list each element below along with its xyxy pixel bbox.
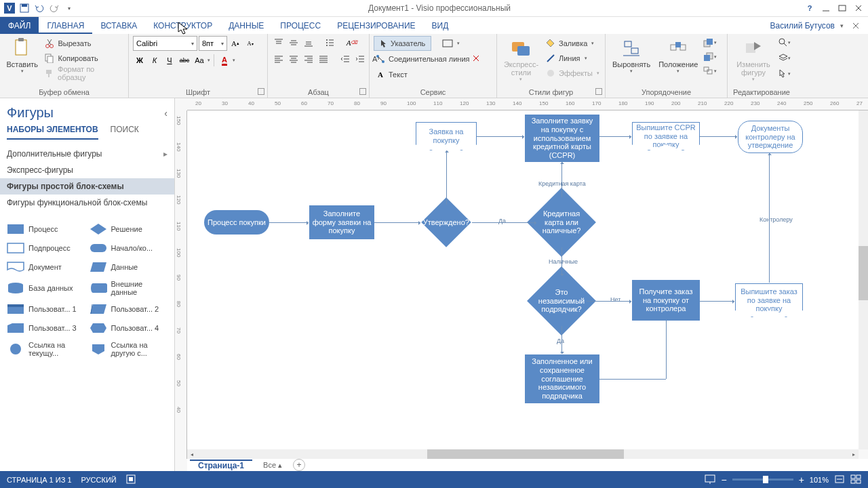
- paragraph-dialog-launcher[interactable]: [359, 88, 366, 95]
- presentation-icon[interactable]: [705, 474, 715, 485]
- zoom-in-button[interactable]: +: [799, 474, 804, 485]
- select-button[interactable]: ▾: [778, 67, 791, 81]
- shape-extdata[interactable]: Внешние данные: [88, 277, 170, 299]
- shape-subprocess[interactable]: Подпроцесс: [5, 239, 87, 257]
- connector-tool-button[interactable]: Соединительная линия: [374, 52, 481, 66]
- save-icon[interactable]: [18, 1, 31, 15]
- change-shape-button[interactable]: Изменить фигуру▾: [732, 36, 775, 83]
- shape-refother[interactable]: Ссылка на другую с...: [88, 338, 170, 360]
- italic-button[interactable]: К: [148, 54, 161, 67]
- tab-data[interactable]: ДАННЫЕ: [220, 17, 272, 34]
- format-painter-button[interactable]: Формат по образцу: [43, 66, 124, 81]
- canvas[interactable]: Процесс покупки Заполните форму заявки н…: [187, 110, 859, 449]
- shape-document[interactable]: Документ: [5, 258, 87, 276]
- user-name[interactable]: Василий Бутусов: [770, 21, 835, 30]
- shape-database[interactable]: База данных: [5, 277, 87, 299]
- fit-window-icon[interactable]: [850, 474, 861, 485]
- fc-start[interactable]: Процесс покупки: [204, 210, 269, 235]
- scrollbar-horizontal[interactable]: ◂▸: [187, 449, 859, 459]
- fc-form[interactable]: Заполните форму заявки на покупку: [309, 205, 374, 239]
- shape-custom2[interactable]: Пользоват... 2: [88, 300, 170, 318]
- shapes-collapse-button[interactable]: ‹: [164, 108, 167, 119]
- maximize-button[interactable]: [835, 1, 849, 15]
- find-button[interactable]: ▾: [778, 36, 791, 49]
- macros-icon[interactable]: [126, 474, 136, 485]
- shape-custom4[interactable]: Пользоват... 4: [88, 319, 170, 337]
- tab-home[interactable]: ГЛАВНАЯ: [39, 17, 92, 34]
- send-back-button[interactable]: ▾: [703, 50, 717, 64]
- align-button[interactable]: Выровнять▾: [610, 36, 653, 75]
- stencil-func[interactable]: Фигуры функциональной блок-схемы: [0, 195, 174, 211]
- cut-button[interactable]: Вырезать: [43, 36, 124, 51]
- group-button[interactable]: ▾: [703, 64, 717, 78]
- font-dialog-launcher[interactable]: [258, 88, 264, 95]
- close-button[interactable]: [852, 1, 865, 15]
- status-lang[interactable]: РУССКИЙ: [81, 476, 117, 484]
- shrink-font-button[interactable]: A▾: [243, 37, 257, 50]
- font-color-button[interactable]: A: [218, 54, 231, 67]
- tab-process[interactable]: ПРОЦЕСС: [272, 17, 329, 34]
- size-combo[interactable]: 8пт▾: [199, 36, 227, 51]
- underline-button[interactable]: Ч: [163, 54, 176, 67]
- redo-icon[interactable]: [47, 1, 61, 15]
- fc-docs[interactable]: Документы контролеру на утверждение: [738, 121, 803, 153]
- shapes-tab-sets[interactable]: НАБОРЫ ЭЛЕМЕНТОВ: [7, 125, 98, 140]
- shape-process[interactable]: Процесс: [5, 220, 87, 238]
- zoom-out-button[interactable]: −: [721, 474, 726, 485]
- fill-button[interactable]: Заливка▾: [544, 36, 601, 51]
- fc-orderdoc[interactable]: Выпишите заказ по заявке на покупку: [735, 283, 803, 317]
- clear-format-button[interactable]: A⌫: [345, 36, 359, 49]
- status-page[interactable]: СТРАНИЦА 1 ИЗ 1: [7, 476, 72, 484]
- case-button[interactable]: Aa: [193, 54, 206, 67]
- font-combo[interactable]: Calibri▾: [133, 36, 197, 51]
- shape-decision[interactable]: Решение: [88, 220, 170, 238]
- align-right-button[interactable]: [302, 52, 315, 66]
- undo-icon[interactable]: [33, 1, 46, 15]
- bold-button[interactable]: Ж: [133, 54, 146, 67]
- align-bottom-button[interactable]: [302, 36, 315, 49]
- line-button[interactable]: Линия▾: [544, 51, 601, 66]
- tab-view[interactable]: ВИД: [424, 17, 457, 34]
- bullets-button[interactable]: [323, 36, 337, 49]
- tab-review[interactable]: РЕЦЕНЗИРОВАНИЕ: [329, 17, 423, 34]
- justify-button[interactable]: [317, 52, 330, 66]
- align-left-button[interactable]: [272, 52, 285, 66]
- scrollbar-vertical[interactable]: [859, 110, 868, 449]
- page-tab-1[interactable]: Страница-1: [190, 460, 252, 470]
- zoom-value[interactable]: 101%: [810, 476, 829, 484]
- quick-styles-button[interactable]: Экспресс-стили ▾: [501, 36, 541, 83]
- page-add-button[interactable]: +: [293, 459, 305, 471]
- stencil-more[interactable]: Дополнительные фигуры: [0, 146, 174, 162]
- shapes-tab-search[interactable]: ПОИСК: [111, 125, 139, 140]
- fc-approved[interactable]: Утверждено?: [421, 197, 471, 247]
- effects-button[interactable]: Эффекты▾: [544, 66, 601, 81]
- fc-ccprdoc[interactable]: Выпишите CCPR по заявке на покупку: [632, 122, 700, 150]
- zoom-slider[interactable]: [732, 479, 793, 481]
- strike-button[interactable]: abc: [178, 54, 191, 67]
- close-doc-button[interactable]: [849, 19, 863, 33]
- qat-dropdown-icon[interactable]: ▾: [62, 1, 76, 15]
- grow-font-button[interactable]: A▴: [229, 37, 242, 50]
- shape-custom3[interactable]: Пользоват... 3: [5, 319, 87, 337]
- fc-agreement[interactable]: Заполненное или сохраненное соглашение н…: [525, 354, 599, 403]
- pointer-tool-button[interactable]: Указатель: [374, 36, 431, 51]
- shape-refcur[interactable]: Ссылка на текущу...: [5, 338, 87, 360]
- shape-custom1[interactable]: Пользоват... 1: [5, 300, 87, 318]
- stencil-basic[interactable]: Фигуры простой блок-схемы: [0, 178, 174, 195]
- minimize-button[interactable]: [819, 1, 833, 15]
- shape-data[interactable]: Данные: [88, 258, 170, 276]
- align-center-button[interactable]: [287, 52, 300, 66]
- shape-startend[interactable]: Начало/ко...: [88, 239, 170, 257]
- rect-tool-button[interactable]: [441, 37, 454, 50]
- bring-front-button[interactable]: ▾: [703, 36, 717, 49]
- align-top-button[interactable]: [272, 36, 285, 49]
- tab-file[interactable]: ФАЙЛ: [0, 17, 39, 34]
- paste-button[interactable]: Вставить ▾: [4, 36, 40, 75]
- fit-width-icon[interactable]: [834, 474, 845, 485]
- fc-ccpr[interactable]: Заполните заявку на покупку с использова…: [525, 115, 599, 162]
- copy-button[interactable]: Копировать: [43, 51, 124, 66]
- styles-dialog-launcher[interactable]: [595, 88, 602, 95]
- tab-insert[interactable]: ВСТАВКА: [92, 17, 145, 34]
- indent-inc-button[interactable]: [353, 52, 367, 66]
- fc-order[interactable]: Получите заказ на покупку от контролера: [632, 280, 700, 321]
